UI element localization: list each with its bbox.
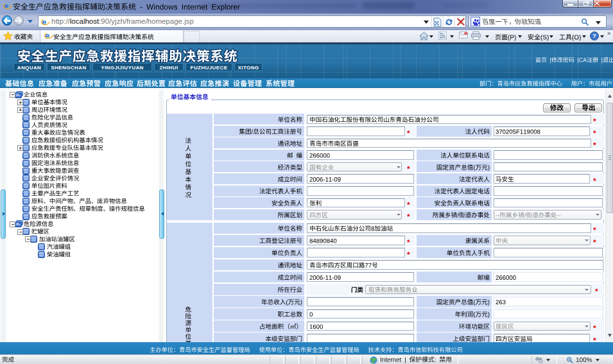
svg-text:e: e [42,18,46,26]
svg-text:?: ? [592,32,596,39]
svg-text:e: e [45,31,49,40]
svg-text:e: e [4,2,8,10]
